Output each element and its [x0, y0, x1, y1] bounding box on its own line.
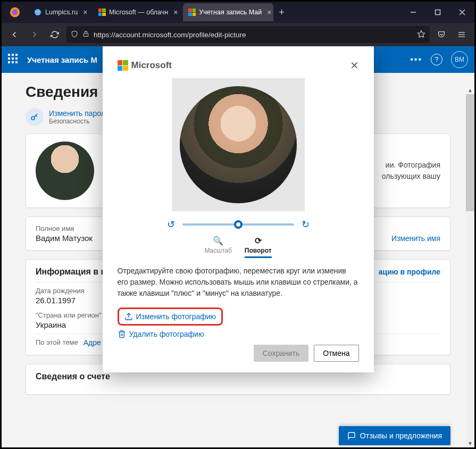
close-modal-button[interactable]: ✕	[350, 59, 359, 72]
svg-rect-4	[436, 10, 440, 15]
lock-icon	[82, 30, 89, 39]
new-tab-button[interactable]: +	[273, 4, 290, 21]
security-label: Безопасность	[49, 118, 105, 125]
cancel-button[interactable]: Отмена	[314, 345, 358, 362]
tool-tabs: 🔍 Масштаб ⟳ Поворот	[118, 236, 359, 258]
window-controls	[401, 2, 474, 23]
favicon-ms	[98, 8, 106, 16]
favicon-lumpics	[34, 8, 42, 16]
shield-icon	[71, 30, 78, 39]
tab-ms-account[interactable]: Учетная запись Май ×	[183, 3, 273, 21]
modal-footer: Сохранить Отмена	[118, 345, 359, 362]
microsoft-logo: Microsoft	[118, 60, 172, 71]
delete-photo-button[interactable]: Удалить фотографию	[118, 330, 359, 338]
key-icon	[26, 108, 44, 126]
save-button: Сохранить	[254, 345, 309, 362]
rotate-icon: ⟳	[245, 236, 272, 246]
rotate-right-icon[interactable]: ↻	[302, 219, 310, 230]
close-icon[interactable]: ×	[83, 8, 87, 16]
minimize-button[interactable]	[401, 2, 425, 23]
close-icon[interactable]: ×	[267, 8, 271, 16]
svg-rect-7	[83, 34, 88, 36]
brand-label: Microsoft	[131, 60, 172, 71]
reload-button[interactable]	[46, 26, 63, 43]
menu-button[interactable]	[453, 26, 470, 43]
change-password-link: Изменить парол	[49, 109, 105, 118]
pocket-icon[interactable]	[433, 26, 450, 43]
bookmark-icon[interactable]	[417, 30, 425, 40]
tab-label: Microsoft — облачн	[109, 9, 168, 16]
crop-area[interactable]	[172, 78, 305, 211]
tab-label: Учетная запись Май	[199, 9, 262, 16]
scroll-thumb[interactable]	[466, 94, 474, 211]
related-link[interactable]: Адре	[83, 338, 101, 347]
rotate-left-icon[interactable]: ↺	[167, 219, 175, 230]
feedback-label: Отзывы и предложения	[360, 431, 442, 440]
delete-photo-label: Удалить фотографию	[129, 330, 204, 338]
svg-point-1	[12, 10, 18, 15]
url-text: https://account.microsoft.com/profile/ed…	[94, 31, 246, 39]
edit-photo-modal: Microsoft ✕ ↺ ↻ 🔍 Масштаб ⟳ Поворот Отре…	[103, 46, 374, 372]
related-label: По этой теме	[36, 338, 78, 346]
tab-lumpics[interactable]: Lumpics.ru ×	[28, 3, 93, 21]
help-icon[interactable]: ?	[431, 54, 442, 65]
close-icon[interactable]: ×	[173, 8, 178, 16]
crop-preview[interactable]	[180, 86, 297, 203]
tab-microsoft-cloud[interactable]: Microsoft — облачн ×	[93, 3, 183, 21]
feedback-button[interactable]: Отзывы и предложения	[339, 426, 450, 445]
slider-thumb[interactable]	[234, 220, 243, 229]
tab-zoom-label: Масштаб	[204, 247, 231, 254]
back-button[interactable]	[6, 26, 23, 43]
maximize-button[interactable]	[425, 2, 450, 23]
svg-marker-8	[417, 30, 424, 37]
rotate-slider-row: ↺ ↻	[118, 219, 359, 230]
tab-rotate-label: Поворот	[245, 247, 272, 254]
tab-strip: Lumpics.ru × Microsoft — облачн × Учетна…	[28, 2, 401, 23]
tab-zoom[interactable]: 🔍 Масштаб	[204, 236, 231, 258]
firefox-icon	[2, 6, 28, 18]
upload-icon	[124, 312, 133, 321]
svg-point-2	[35, 9, 41, 15]
fullname-label: Полное имя	[36, 224, 93, 232]
url-bar[interactable]: https://account.microsoft.com/profile/ed…	[66, 26, 430, 43]
photo-desc-2: ользующих вашу	[382, 172, 440, 180]
toolbar: https://account.microsoft.com/profile/ed…	[2, 23, 474, 46]
change-photo-button[interactable]: Изменить фотографию	[118, 307, 223, 326]
rotate-slider[interactable]	[182, 223, 294, 226]
avatar[interactable]: ВМ	[451, 51, 468, 68]
forward-button[interactable]	[26, 26, 43, 43]
edit-profile-link[interactable]: ацию в профиле	[379, 268, 440, 276]
instructions: Отредактируйте свою фотографию, перемест…	[118, 265, 359, 299]
tab-rotate[interactable]: ⟳ Поворот	[245, 236, 272, 258]
more-icon[interactable]: •••	[410, 55, 422, 64]
tab-label: Lumpics.ru	[45, 9, 78, 16]
titlebar: Lumpics.ru × Microsoft — облачн × Учетна…	[2, 2, 474, 23]
close-window-button[interactable]	[450, 2, 474, 23]
favicon-ms	[188, 8, 196, 16]
page-title: Учетная запись М	[27, 55, 97, 64]
chat-icon	[347, 431, 356, 440]
edit-name-link[interactable]: Изменить имя	[391, 234, 440, 243]
scrollbar[interactable]: ▲ ▼	[466, 94, 474, 447]
trash-icon	[118, 330, 126, 338]
zoom-icon: 🔍	[204, 236, 231, 246]
fullname-value: Вадим Матузок	[36, 234, 93, 243]
scroll-up-icon[interactable]: ▲	[466, 86, 474, 94]
change-photo-label: Изменить фотографию	[136, 312, 216, 321]
profile-photo	[36, 142, 94, 200]
app-launcher-icon[interactable]	[8, 54, 20, 65]
photo-desc-1: ии. Фотография	[386, 161, 440, 169]
account-info-title: Сведения о счете	[36, 372, 110, 381]
page-viewport: Учетная запись М ••• ? ВМ Сведения Измен…	[2, 46, 474, 447]
scroll-down-icon[interactable]: ▼	[466, 439, 474, 447]
svg-point-12	[31, 117, 35, 120]
